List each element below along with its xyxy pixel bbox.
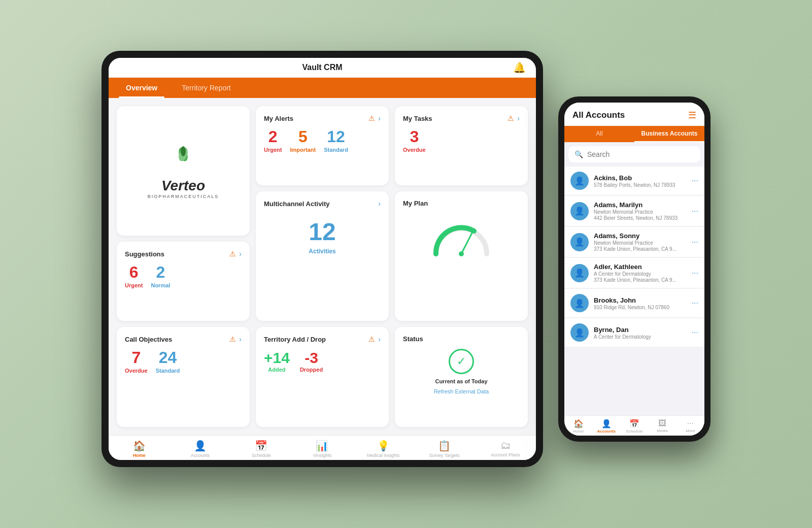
suggestions-urgent-stat: 6 Urgent: [125, 264, 143, 288]
more-options-icon[interactable]: ···: [692, 328, 698, 337]
tasks-title: My Tasks: [403, 115, 432, 122]
suggestions-warning-icon[interactable]: ⚠: [229, 250, 236, 258]
territoryadd-chevron-icon[interactable]: ›: [378, 335, 381, 343]
territory-dropped-value: -3: [304, 349, 318, 367]
suggestions-normal-value: 2: [156, 264, 165, 280]
account-org: Newton Memorial Practice: [594, 209, 687, 215]
alerts-urgent-label: Urgent: [264, 147, 282, 153]
avatar: 👤: [570, 294, 589, 312]
phone-header: All Accounts ☰: [564, 103, 704, 126]
suggestions-chevron-icon[interactable]: ›: [239, 250, 242, 258]
list-item[interactable]: 👤 Adler, Kathleen A Center for Dermatolo…: [564, 258, 704, 288]
multichannel-chevron-icon[interactable]: ›: [378, 200, 381, 208]
nav-medical-insights[interactable]: 💡 Medical Insights: [365, 440, 401, 458]
search-input[interactable]: [587, 150, 694, 158]
suggestions-normal-label: Normal: [151, 282, 170, 288]
tablet-screen: Vault CRM 🔔 Overview Territory Report: [109, 58, 536, 460]
phone-nav-media[interactable]: 🖼 Media: [651, 419, 673, 434]
callobjectives-standard-label: Standard: [156, 368, 180, 374]
scene: Vault CRM 🔔 Overview Territory Report: [101, 36, 710, 492]
filter-icon[interactable]: ☰: [688, 110, 696, 121]
account-address: 442 Beier Streets, Newton, NJ 78933: [594, 215, 687, 221]
status-card: Status ✓ Current as of Today Refresh Ext…: [395, 327, 528, 427]
survey-targets-icon: 📋: [438, 440, 451, 452]
refresh-external-data-link[interactable]: Refresh External Data: [434, 388, 489, 394]
phone-nav-home[interactable]: 🏠 Home: [567, 419, 590, 434]
alerts-standard-stat: 12 Standard: [324, 128, 348, 153]
list-item[interactable]: 👤 Adams, Sonny Newton Memorial Practice …: [564, 227, 704, 257]
account-org: Newton Memorial Practice: [594, 240, 687, 246]
suggestions-normal-stat: 2 Normal: [151, 264, 170, 288]
alerts-title: My Alerts: [264, 115, 293, 122]
callobjectives-warning-icon[interactable]: ⚠: [229, 335, 236, 343]
accounts-icon: 👤: [601, 419, 612, 428]
nav-account-plans[interactable]: 🗂 Account Plans: [488, 440, 523, 458]
account-org: A Center for Dermatology: [594, 271, 687, 277]
nav-survey-targets[interactable]: 📋 Survey Targets: [427, 440, 462, 458]
phone-nav-accounts[interactable]: 👤 Accounts: [595, 419, 618, 434]
tasks-overdue-value: 3: [410, 128, 419, 145]
status-title: Status: [403, 335, 423, 343]
nav-home[interactable]: 🏠 Home: [121, 440, 157, 458]
list-item[interactable]: 👤 Brooks, John 910 Ridge Rd, Newton, NJ …: [564, 289, 704, 318]
list-item[interactable]: 👤 Byrne, Dan A Center for Dermatology ··…: [564, 318, 704, 347]
medical-insights-icon: 💡: [377, 440, 390, 452]
tab-overview[interactable]: Overview: [114, 78, 170, 98]
nav-schedule[interactable]: 📅 Schedule: [244, 440, 279, 458]
logo-subtitle: BIOPHARMACEUTICALS: [148, 194, 219, 199]
multichannel-value: 12: [264, 218, 381, 246]
more-options-icon[interactable]: ···: [692, 207, 698, 216]
tab-territory-report[interactable]: Territory Report: [170, 78, 243, 98]
phone-tab-all[interactable]: All: [564, 126, 634, 142]
tasks-overdue-stat: 3 Overdue: [403, 128, 426, 153]
avatar: 👤: [570, 323, 589, 342]
phone-tab-business-accounts[interactable]: Business Accounts: [634, 126, 704, 142]
phone-bottom-nav: 🏠 Home 👤 Accounts 📅 Schedule 🖼 Media ···: [564, 415, 704, 436]
tablet-nav: Overview Territory Report: [109, 78, 536, 98]
alerts-warning-icon[interactable]: ⚠: [368, 114, 375, 122]
phone-nav-schedule-label: Schedule: [626, 429, 642, 434]
tablet-bottom-nav: 🏠 Home 👤 Accounts 📅 Schedule 📊 Vinsights…: [109, 435, 536, 460]
svg-point-2: [181, 146, 186, 156]
callobjectives-overdue-label: Overdue: [125, 368, 148, 374]
territory-add-drop-card: Territory Add / Drop ⚠ › +14 Added -3: [256, 327, 389, 427]
suggestions-card: Suggestions ⚠ › 6 Urgent 2 No: [117, 242, 250, 321]
more-options-icon[interactable]: ···: [692, 238, 698, 247]
more-options-icon[interactable]: ···: [692, 176, 698, 185]
callobjectives-standard-stat: 24 Standard: [156, 349, 180, 374]
suggestions-urgent-label: Urgent: [125, 282, 143, 288]
nav-accounts[interactable]: 👤 Accounts: [182, 440, 218, 458]
schedule-icon: 📅: [255, 440, 267, 452]
account-address: 373 Kade Union, Pleasanton, CA 9...: [594, 246, 687, 252]
account-name: Adler, Kathleen: [594, 263, 687, 271]
phone-search-bar: 🔍: [568, 146, 700, 162]
callobjectives-chevron-icon[interactable]: ›: [239, 335, 242, 343]
list-item[interactable]: 👤 Ackins, Bob 578 Bailey Ports, Newton, …: [564, 167, 704, 195]
phone-nav-accounts-label: Accounts: [597, 429, 616, 434]
list-item[interactable]: 👤 Adams, Marilyn Newton Memorial Practic…: [564, 196, 704, 226]
avatar: 👤: [570, 172, 589, 190]
tasks-chevron-icon[interactable]: ›: [517, 114, 520, 122]
schedule-icon: 📅: [629, 419, 639, 428]
more-options-icon[interactable]: ···: [692, 299, 698, 308]
account-name: Adams, Sonny: [594, 232, 687, 240]
alerts-chevron-icon[interactable]: ›: [378, 114, 381, 122]
tasks-warning-icon[interactable]: ⚠: [507, 114, 514, 122]
nav-account-plans-label: Account Plans: [491, 452, 520, 457]
phone-nav-more-label: More: [686, 428, 695, 433]
account-plans-icon: 🗂: [500, 440, 511, 451]
notification-bell-icon[interactable]: 🔔: [513, 61, 526, 74]
media-icon: 🖼: [658, 419, 666, 428]
alerts-important-stat: 5 Important: [290, 128, 316, 153]
nav-schedule-label: Schedule: [252, 453, 271, 458]
phone-nav-schedule[interactable]: 📅 Schedule: [623, 419, 646, 434]
callobjectives-card: Call Objectives ⚠ › 7 Overdue 24: [117, 327, 250, 427]
nav-vinsights[interactable]: 📊 Vinsights: [304, 440, 340, 458]
status-check-icon: ✓: [449, 349, 474, 374]
alerts-important-value: 5: [298, 128, 308, 145]
more-options-icon[interactable]: ···: [692, 269, 698, 278]
account-info: Adams, Marilyn Newton Memorial Practice …: [594, 201, 687, 221]
tablet-header: Vault CRM 🔔: [109, 58, 536, 78]
phone-nav-more[interactable]: ··· More: [679, 419, 701, 434]
territoryadd-warning-icon[interactable]: ⚠: [368, 335, 375, 343]
